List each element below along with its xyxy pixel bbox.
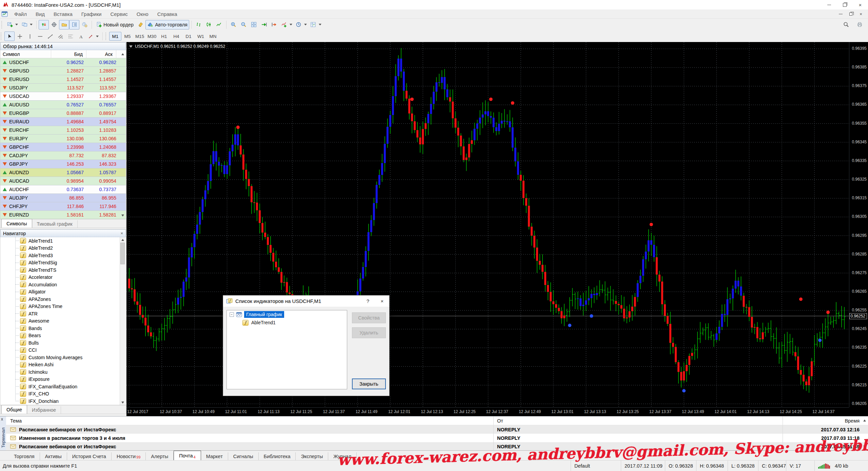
timeframe-h1[interactable]: H1 xyxy=(158,32,170,41)
menu-item[interactable]: Окно xyxy=(132,9,153,18)
data-window-button[interactable] xyxy=(49,20,59,29)
navigator-item[interactable]: ƒCustom Moving Averages xyxy=(0,354,120,361)
navigator-item[interactable]: ƒAPAZones Time xyxy=(0,303,120,310)
navigator-item[interactable]: ƒAbleTrend1 xyxy=(0,237,120,245)
tab-символы[interactable]: Символы xyxy=(1,219,32,228)
tree-item-label[interactable]: Главный график xyxy=(244,311,284,318)
terminal-column-time[interactable]: Время xyxy=(783,416,862,425)
symbol-row-gbpusd[interactable]: GBPUSD1.288271.28857 xyxy=(0,67,126,75)
scroll-up-icon[interactable] xyxy=(121,53,124,55)
navigator-item[interactable]: ƒATR xyxy=(0,310,120,318)
navigator-item[interactable]: ƒAlligator xyxy=(0,288,120,296)
cursor-button[interactable] xyxy=(4,32,15,41)
column-header-аск[interactable]: Аск xyxy=(86,50,116,58)
terminal-tab-библиотека[interactable]: Библиотека xyxy=(259,452,296,460)
close-icon[interactable]: × xyxy=(120,231,123,236)
close-icon[interactable]: × xyxy=(375,295,389,307)
line-chart-button[interactable] xyxy=(214,20,224,29)
navigator-item[interactable]: ƒHeiken Ashi xyxy=(0,361,120,369)
bar-chart-button[interactable] xyxy=(194,20,204,29)
menu-item[interactable]: Вид xyxy=(31,9,49,18)
templates-button[interactable] xyxy=(309,20,323,29)
delete-button[interactable]: Удалить xyxy=(352,327,386,338)
timeframe-m1[interactable]: M1 xyxy=(109,32,121,41)
navigator-item[interactable]: ƒIFX_CHO xyxy=(0,390,120,398)
navigator-item[interactable]: ƒBands xyxy=(0,325,120,332)
close-button[interactable]: Закрыть xyxy=(352,378,386,389)
timeframe-m30[interactable]: M30 xyxy=(146,32,158,41)
timeframe-h4[interactable]: H4 xyxy=(170,32,182,41)
symbol-row-usdjpy[interactable]: USDJPY113.527113.557 xyxy=(0,84,126,92)
terminal-tab-новости[interactable]: Новости99 xyxy=(112,452,146,460)
timeframe-w1[interactable]: W1 xyxy=(195,32,207,41)
text-button[interactable]: A xyxy=(76,32,86,41)
navigator-item[interactable]: ƒBears xyxy=(0,332,120,340)
column-header-бид[interactable]: Бид xyxy=(51,50,86,58)
mail-row[interactable]: Расписание вебинаров от ИнстаФорексNOREP… xyxy=(6,442,868,451)
symbol-row-chfjpy[interactable]: CHFJPY117.846117.946 xyxy=(0,202,126,211)
close-icon[interactable]: × xyxy=(852,0,868,9)
symbol-row-audnzd[interactable]: AUDNZD1.056671.05787 xyxy=(0,168,126,177)
scroll-down-icon[interactable] xyxy=(863,446,866,448)
arrows-button[interactable] xyxy=(86,32,100,41)
menu-item[interactable]: Графики xyxy=(77,9,106,18)
timeframe-mn[interactable]: MN xyxy=(207,32,219,41)
minimize-icon[interactable] xyxy=(821,0,837,9)
vertical-line-button[interactable] xyxy=(25,32,35,41)
mail-row[interactable]: Расписание вебинаров от ИнстаФорексNOREP… xyxy=(6,425,868,434)
terminal-tab-журнал[interactable]: Журнал xyxy=(328,452,357,460)
search-button[interactable] xyxy=(841,20,851,29)
close-icon[interactable]: x xyxy=(1,417,3,422)
navigator-item[interactable]: ƒIchimoku xyxy=(0,368,120,376)
tile-windows-button[interactable] xyxy=(249,20,259,29)
navigator-item[interactable]: ƒIFX_CamarillaEquation xyxy=(0,383,120,390)
symbol-row-eurchf[interactable]: EURCHF1.102531.10283 xyxy=(0,126,126,135)
zoom-in-button[interactable] xyxy=(229,20,239,29)
profiles-button[interactable] xyxy=(20,20,34,29)
indicators-button[interactable] xyxy=(279,20,294,29)
child-restore-icon[interactable] xyxy=(846,10,856,18)
channel-button[interactable]: E xyxy=(55,32,65,41)
terminal-column-from[interactable]: От xyxy=(493,416,783,425)
navigator-item[interactable]: ƒAPAZones xyxy=(0,295,120,303)
navigator-item[interactable]: ƒAbleTrend3 xyxy=(0,252,120,259)
menu-item[interactable]: Вставка xyxy=(49,9,77,18)
terminal-tab-история-счета[interactable]: История Счета xyxy=(67,452,112,460)
help-icon[interactable]: ? xyxy=(361,295,375,307)
terminal-button[interactable] xyxy=(69,20,79,29)
auto-scroll-button[interactable] xyxy=(259,20,269,29)
navigator-item[interactable]: ƒiExposure xyxy=(0,376,120,383)
tree-row-abletrend1[interactable]: ƒ AbleTrend1 xyxy=(227,319,347,327)
candlestick-button[interactable] xyxy=(204,20,214,29)
symbol-row-eurjpy[interactable]: EURJPY130.036130.066 xyxy=(0,135,126,143)
scroll-up-icon[interactable] xyxy=(863,419,866,422)
symbol-row-euraud[interactable]: EURAUD1.496841.49754 xyxy=(0,118,126,126)
timeframe-m15[interactable]: M15 xyxy=(134,32,146,41)
scroll-down-icon[interactable] xyxy=(121,214,124,217)
properties-button[interactable]: Свойства xyxy=(352,312,386,323)
chart-shift-button[interactable] xyxy=(269,20,279,29)
time-axis[interactable]: 12 Jul 201712 Jul 10:3712 Jul 10:4912 Ju… xyxy=(126,407,849,416)
symbol-row-usdchf[interactable]: USDCHF0.962520.96282 xyxy=(0,58,126,67)
navigator-item[interactable]: ƒCCI xyxy=(0,347,120,354)
scroll-down-icon[interactable] xyxy=(120,400,125,405)
new-order-button[interactable]: Новый ордер xyxy=(94,20,135,29)
scroll-up-icon[interactable] xyxy=(120,237,125,242)
terminal-column-subject[interactable]: Тема xyxy=(6,416,493,425)
symbol-row-eurnzd[interactable]: EURNZD1.581611.58281 xyxy=(0,211,126,219)
navigator-item[interactable]: ƒBulls xyxy=(0,339,120,347)
navigator-scrollbar[interactable] xyxy=(120,237,125,405)
tree-item-label[interactable]: AbleTrend1 xyxy=(251,320,276,325)
one-click-trading-icon[interactable] xyxy=(129,45,133,48)
navigator-item[interactable]: ƒAwesome xyxy=(0,318,120,325)
navigator-item[interactable]: ƒAbleTrendTS xyxy=(0,266,120,274)
terminal-tab-сигналы[interactable]: Сигналы xyxy=(228,452,259,460)
zoom-out-button[interactable] xyxy=(239,20,249,29)
print-button[interactable] xyxy=(854,20,865,29)
trendline-button[interactable] xyxy=(45,32,55,41)
menu-item[interactable]: Сервис xyxy=(106,9,132,18)
symbol-row-usdcad[interactable]: USDCAD1.293371.29367 xyxy=(0,92,126,101)
tab-избранное[interactable]: Избранное xyxy=(27,406,61,414)
navigator-button[interactable] xyxy=(59,20,69,29)
mail-row[interactable]: Изменения в расписании торгов 3 и 4 июля… xyxy=(6,434,868,442)
